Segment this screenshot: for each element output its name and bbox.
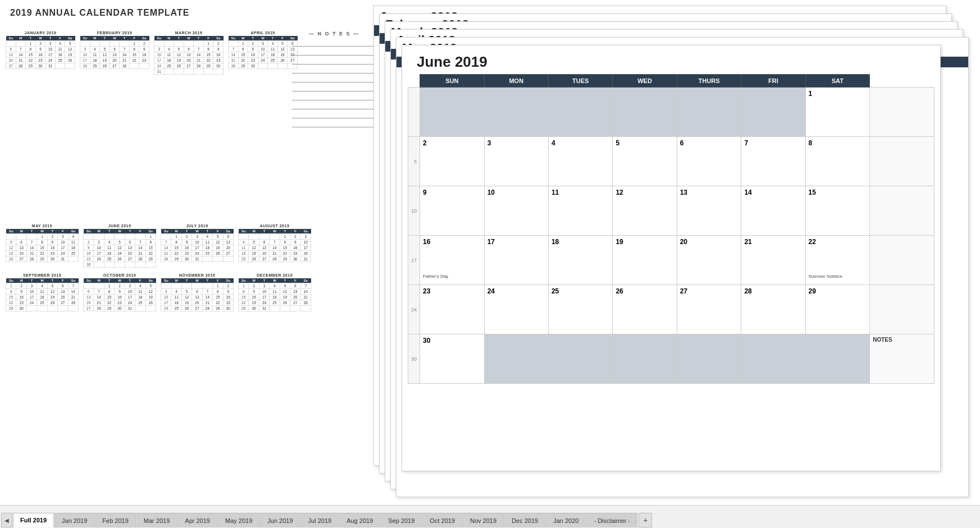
june-day-cell[interactable]: 9 — [420, 186, 485, 236]
tab-feb-2019[interactable]: Feb 2019 — [95, 513, 135, 527]
small-cal-day: 19 — [213, 245, 223, 251]
june-day-cell[interactable]: 13 — [677, 186, 741, 236]
june-day-cell[interactable]: 18 — [548, 236, 612, 285]
small-cal-day: 27 — [125, 256, 135, 262]
june-day-cell[interactable]: 20 — [677, 236, 741, 285]
small-cal-day: 28 — [202, 306, 212, 311]
june-day-cell[interactable]: 26 — [613, 285, 677, 334]
small-cal-day: 11 — [202, 240, 212, 245]
small-cal-day: 29 — [280, 256, 290, 262]
june-day-cell[interactable]: 30 — [420, 334, 485, 384]
small-cal-day: 25 — [90, 63, 100, 69]
small-cal-day: 1 — [6, 283, 16, 289]
tab-jan-2019[interactable]: Jan 2019 — [54, 513, 94, 527]
small-cal-day: 8 — [6, 289, 16, 295]
june-day-cell[interactable]: 28 — [741, 285, 805, 334]
june-day-cell[interactable] — [805, 334, 870, 384]
tab-nov-2019[interactable]: Nov 2019 — [463, 513, 504, 527]
small-cal-day: 6 — [6, 47, 16, 52]
small-cal-day: 4 — [104, 240, 114, 245]
june-day-cell[interactable]: 29 — [805, 285, 870, 334]
june-day-cell[interactable] — [677, 88, 741, 137]
small-cal-day: 29 — [238, 63, 248, 69]
tab-nav-left[interactable]: ◀ — [1, 513, 12, 527]
tab-jul-2019[interactable]: Jul 2019 — [301, 513, 339, 527]
june-day-cell[interactable] — [741, 88, 805, 137]
week-num-header — [408, 75, 420, 88]
tab---disclaimer--[interactable]: - Disclaimer - — [586, 513, 637, 527]
june-day-cell[interactable]: 4 — [548, 137, 612, 186]
june-day-cell[interactable] — [420, 88, 485, 137]
page-title: 2019 ANNUAL CALENDAR TEMPLATE — [10, 8, 189, 18]
june-day-cell[interactable]: 3 — [484, 137, 548, 186]
small-cal-day: 18 — [55, 52, 65, 58]
june-day-cell[interactable] — [741, 334, 805, 384]
june-day-cell[interactable]: 12 — [613, 186, 677, 236]
june-day-cell[interactable] — [548, 334, 612, 384]
tab-mar-2019[interactable]: Mar 2019 — [136, 513, 177, 527]
notes-line-8 — [292, 102, 376, 109]
june-day-cell[interactable]: 10 — [484, 186, 548, 236]
small-cal-day: 28 — [194, 63, 204, 69]
june-day-cell[interactable]: 11 — [548, 186, 612, 236]
june-day-cell[interactable]: 5 — [613, 137, 677, 186]
small-cal-day: 11 — [171, 295, 181, 300]
small-cal-day: 17 — [154, 58, 165, 63]
small-cal-day: 7 — [120, 47, 130, 52]
small-cal-day: 16 — [16, 295, 26, 300]
june-day-cell[interactable]: 1 — [805, 88, 870, 137]
june-day-cell[interactable] — [484, 88, 548, 137]
june-day-cell[interactable] — [613, 88, 677, 137]
small-cal-day: 13 — [259, 245, 269, 251]
small-cal-day: 10 — [258, 47, 268, 52]
june-day-cell[interactable] — [548, 88, 612, 137]
small-cal-day: 15 — [37, 245, 47, 251]
small-cal-day — [171, 283, 181, 289]
june-day-cell[interactable]: 16Father's Day — [420, 236, 485, 285]
small-cal-day: 21 — [68, 295, 78, 300]
small-cal-day: 27 — [110, 63, 120, 69]
small-cal-day: 11 — [68, 240, 78, 245]
small-cal-day: 6 — [259, 240, 269, 245]
june-day-cell[interactable]: 6 — [677, 137, 741, 186]
small-cal-day: 11 — [90, 52, 100, 58]
tab-jan-2020[interactable]: Jan 2020 — [546, 513, 586, 527]
tab-may-2019[interactable]: May 2019 — [218, 513, 259, 527]
june-day-cell[interactable] — [677, 334, 741, 384]
june-day-cell[interactable]: 22Summer Solstice — [805, 236, 870, 285]
june-day-cell[interactable]: 2 — [420, 137, 485, 186]
june-day-cell[interactable]: 8 — [805, 137, 870, 186]
june-day-cell[interactable]: 19 — [613, 236, 677, 285]
tab-aug-2019[interactable]: Aug 2019 — [339, 513, 380, 527]
june-day-cell[interactable]: 15 — [805, 186, 870, 236]
small-cal-day: 28 — [161, 256, 171, 262]
june-day-cell[interactable]: 25 — [548, 285, 612, 334]
small-cal-day — [161, 234, 171, 240]
tab-sep-2019[interactable]: Sep 2019 — [381, 513, 422, 527]
june-day-cell[interactable]: 27 — [677, 285, 741, 334]
june-day-cell[interactable]: 24 — [484, 285, 548, 334]
june-day-cell[interactable]: 21 — [741, 236, 805, 285]
notes-header: — N O T E S — — [292, 31, 376, 36]
notes-col — [870, 285, 935, 334]
small-cal-day: 3 — [45, 41, 56, 47]
june-day-cell[interactable]: 14 — [741, 186, 805, 236]
june-day-cell[interactable]: 7 — [741, 137, 805, 186]
tab-jun-2019[interactable]: Jun 2019 — [260, 513, 300, 527]
june-day-cell[interactable] — [613, 334, 677, 384]
june-tues-header: TUES — [548, 75, 612, 88]
tab-full-2019[interactable]: Full 2019 — [13, 513, 54, 527]
tab-oct-2019[interactable]: Oct 2019 — [422, 513, 462, 527]
june-day-cell[interactable]: 17 — [484, 236, 548, 285]
add-tab-button[interactable]: + — [639, 513, 652, 527]
small-cal-day — [58, 306, 68, 311]
tab-apr-2019[interactable]: Apr 2019 — [177, 513, 217, 527]
small-cal-day: 27 — [184, 63, 194, 69]
june-day-cell[interactable] — [484, 334, 548, 384]
small-cal-day: 12 — [47, 289, 57, 295]
small-cal-day: 6 — [184, 47, 194, 52]
small-cal-day: 15 — [280, 245, 290, 251]
june-day-cell[interactable]: 23 — [420, 285, 485, 334]
tab-dec-2019[interactable]: Dec 2019 — [504, 513, 545, 527]
notes-col — [870, 88, 935, 137]
